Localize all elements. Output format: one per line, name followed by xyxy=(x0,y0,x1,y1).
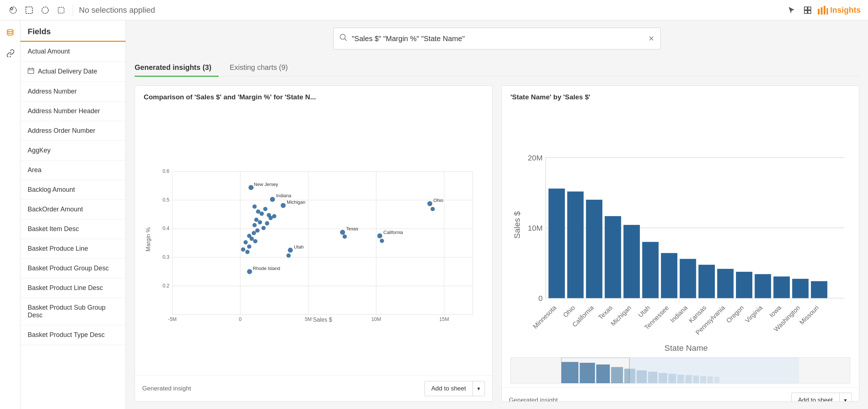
svg-point-51 xyxy=(427,201,433,206)
svg-text:Oregon: Oregon xyxy=(725,304,745,324)
fields-list: Actual AmountActual Delivery DateAddress… xyxy=(20,42,126,409)
field-item-6[interactable]: Area xyxy=(20,160,126,180)
field-label: Basket Product Line Desc xyxy=(28,284,103,292)
chart-bar-area: Sales $ 0 10M 20M xyxy=(510,107,850,354)
field-label: Address Order Number xyxy=(28,127,95,135)
svg-point-69 xyxy=(253,239,258,243)
field-label: Basket Produce Line xyxy=(28,245,88,253)
field-item-11[interactable]: Basket Product Group Desc xyxy=(20,259,126,278)
chart-scatter: Comparison of 'Sales $' and 'Margin %' f… xyxy=(135,86,493,402)
field-item-9[interactable]: Basket Item Desc xyxy=(20,219,126,239)
chart-bar-mini xyxy=(510,357,850,384)
search-bar-wrapper: ✕ xyxy=(135,28,859,49)
svg-rect-104 xyxy=(736,272,752,298)
chart-bar-insight-label: Generated insight xyxy=(509,397,558,402)
svg-rect-96 xyxy=(586,200,602,298)
field-label: BackOrder Amount xyxy=(28,206,83,213)
cursor-icon xyxy=(786,4,797,16)
field-item-2[interactable]: Address Number xyxy=(20,82,126,102)
svg-point-55 xyxy=(263,207,267,211)
field-item-3[interactable]: Address Number Header xyxy=(20,102,126,121)
svg-text:0: 0 xyxy=(239,317,242,322)
svg-rect-10 xyxy=(821,7,823,15)
mini-bar-svg xyxy=(511,358,850,383)
svg-text:New Jersey: New Jersey xyxy=(254,182,278,187)
svg-rect-94 xyxy=(549,188,565,298)
svg-text:0: 0 xyxy=(538,294,543,302)
search-input[interactable] xyxy=(352,35,644,43)
field-item-12[interactable]: Basket Product Line Desc xyxy=(20,278,126,298)
fields-header: Fields xyxy=(20,20,126,42)
svg-point-65 xyxy=(255,229,260,233)
lasso-select-icon[interactable] xyxy=(7,4,19,16)
rectangle-select-icon[interactable] xyxy=(23,4,35,16)
chart-scatter-title: Comparison of 'Sales $' and 'Margin %' f… xyxy=(144,93,483,101)
svg-point-49 xyxy=(281,203,286,208)
svg-point-81 xyxy=(343,234,347,239)
svg-text:Michigan: Michigan xyxy=(287,199,305,205)
field-item-1[interactable]: Actual Delivery Date xyxy=(20,61,126,82)
chart-scatter-area: Margin % Sales $ xyxy=(144,107,483,372)
sidebar-icon-data[interactable] xyxy=(4,26,17,39)
field-item-8[interactable]: BackOrder Amount xyxy=(20,200,126,219)
svg-rect-99 xyxy=(642,242,658,298)
svg-rect-101 xyxy=(680,259,696,298)
paint-brush-icon[interactable] xyxy=(55,4,67,16)
chart-bar-title: 'State Name' by 'Sales $' xyxy=(510,93,850,101)
svg-point-68 xyxy=(250,237,254,241)
svg-rect-9 xyxy=(818,9,820,15)
chart-bar-add-to-sheet-arrow-icon[interactable]: ▾ xyxy=(840,393,851,402)
svg-point-79 xyxy=(340,230,345,235)
topbar-icons xyxy=(7,4,67,16)
svg-rect-108 xyxy=(811,281,827,298)
svg-point-73 xyxy=(245,250,250,254)
circle-select-icon[interactable] xyxy=(39,4,51,16)
field-item-4[interactable]: Address Order Number xyxy=(20,121,126,141)
svg-rect-14 xyxy=(28,68,34,74)
field-item-5[interactable]: AggKey xyxy=(20,141,126,160)
svg-text:Virginia: Virginia xyxy=(744,304,764,324)
fields-panel: Fields Actual AmountActual Delivery Date… xyxy=(20,20,126,409)
tab-existing-charts[interactable]: Existing charts (9) xyxy=(230,60,295,76)
svg-text:Sales $: Sales $ xyxy=(313,317,332,323)
insights-label: Insights xyxy=(830,5,861,15)
svg-point-85 xyxy=(430,207,435,211)
svg-text:Sales $: Sales $ xyxy=(513,211,522,239)
svg-text:Minnesota: Minnesota xyxy=(531,304,558,330)
field-label: Basket Item Desc xyxy=(28,225,79,233)
svg-point-56 xyxy=(260,211,264,216)
topbar-right: Insights xyxy=(786,4,861,16)
clear-search-icon[interactable]: ✕ xyxy=(648,34,654,43)
svg-point-54 xyxy=(256,209,260,214)
field-item-10[interactable]: Basket Produce Line xyxy=(20,239,126,259)
field-item-0[interactable]: Actual Amount xyxy=(20,42,126,61)
field-item-13[interactable]: Basket Product Sub Group Desc xyxy=(20,298,126,325)
svg-text:Michigan: Michigan xyxy=(609,304,633,327)
add-to-sheet-arrow-icon[interactable]: ▾ xyxy=(473,382,485,396)
field-label: Area xyxy=(28,166,41,174)
field-label: Backlog Amount xyxy=(28,186,75,194)
insights-button[interactable]: Insights xyxy=(818,5,861,15)
field-item-14[interactable]: Basket Product Type Desc xyxy=(20,325,126,345)
add-to-sheet-label: Add to sheet xyxy=(425,381,473,396)
chart-scatter-add-button[interactable]: Add to sheet ▾ xyxy=(425,381,485,396)
svg-text:State Name: State Name xyxy=(665,344,708,353)
chart-bar-add-button[interactable]: Add to sheet ▾ xyxy=(791,393,852,402)
svg-text:0.3: 0.3 xyxy=(163,254,170,260)
field-label: Actual Amount xyxy=(28,48,70,55)
main-layout: Fields Actual AmountActual Delivery Date… xyxy=(0,20,868,409)
svg-text:Indiana: Indiana xyxy=(276,193,292,198)
field-label: AggKey xyxy=(28,147,51,154)
svg-point-84 xyxy=(380,239,384,243)
grid-select-icon[interactable] xyxy=(802,4,813,16)
field-item-7[interactable]: Backlog Amount xyxy=(20,180,126,200)
tab-generated-insights[interactable]: Generated insights (3) xyxy=(135,60,219,76)
sidebar-icon-bar xyxy=(0,20,20,409)
svg-text:0.5: 0.5 xyxy=(163,197,170,203)
svg-line-19 xyxy=(345,39,347,41)
sidebar-icon-link[interactable] xyxy=(4,47,17,60)
svg-text:Texas: Texas xyxy=(346,226,358,231)
chart-bar-footer: Generated insight Add to sheet ▾ xyxy=(502,387,859,402)
svg-rect-141 xyxy=(629,358,799,383)
svg-text:Utah: Utah xyxy=(637,304,652,319)
